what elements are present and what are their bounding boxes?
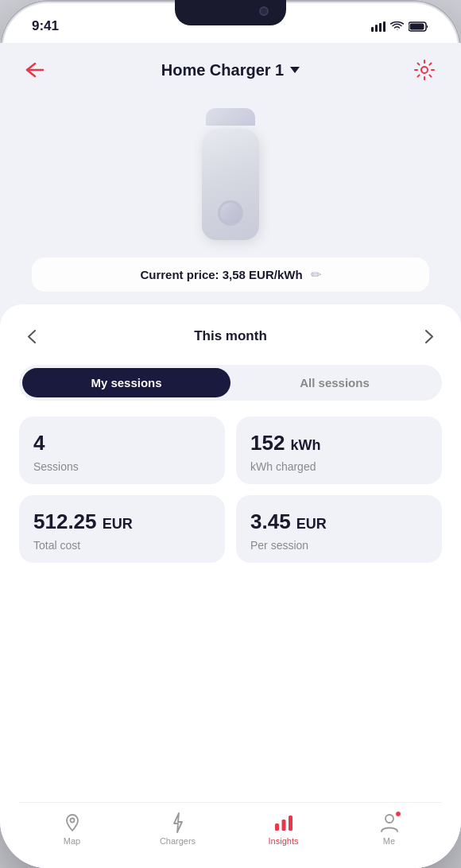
notification-dot bbox=[395, 811, 401, 817]
settings-button[interactable] bbox=[410, 56, 439, 84]
per-session-value: 3.45 EUR bbox=[250, 510, 428, 534]
charger-title-row[interactable]: Home Charger 1 bbox=[161, 61, 300, 79]
charger-body bbox=[202, 129, 259, 240]
chevron-down-icon bbox=[290, 67, 300, 73]
wifi-icon bbox=[390, 21, 404, 32]
map-label: Map bbox=[64, 836, 80, 846]
stat-sessions: 4 Sessions bbox=[19, 417, 225, 484]
price-text: Current price: 3,58 EUR/kWh bbox=[140, 268, 302, 281]
svg-point-11 bbox=[385, 815, 393, 823]
kwh-label: kWh charged bbox=[250, 460, 428, 473]
insights-icon bbox=[273, 812, 294, 833]
tab-all-sessions[interactable]: All sessions bbox=[230, 368, 439, 397]
edit-price-icon[interactable]: ✏ bbox=[311, 267, 321, 282]
total-cost-value: 512.25 EUR bbox=[33, 510, 211, 534]
svg-rect-2 bbox=[379, 23, 382, 32]
bottom-navigation: Map Chargers bbox=[19, 802, 442, 868]
sessions-value: 4 bbox=[33, 431, 211, 455]
svg-rect-3 bbox=[383, 21, 385, 32]
kwh-value: 152 kWh bbox=[250, 431, 428, 455]
battery-icon bbox=[409, 21, 429, 32]
total-cost-label: Total cost bbox=[33, 539, 211, 552]
chargers-label: Chargers bbox=[160, 836, 196, 846]
svg-rect-10 bbox=[289, 816, 292, 831]
stat-kwh: 152 kWh kWh charged bbox=[236, 417, 442, 484]
svg-rect-5 bbox=[410, 23, 424, 29]
per-session-label: Per session bbox=[250, 539, 428, 552]
stat-per-session: 3.45 EUR Per session bbox=[236, 495, 442, 563]
signal-icon bbox=[371, 21, 385, 32]
nav-item-map[interactable]: Map bbox=[45, 812, 100, 846]
svg-rect-9 bbox=[281, 820, 285, 831]
main-card: This month My sessions All sessions 4 bbox=[0, 304, 461, 868]
charger-title: Home Charger 1 bbox=[161, 61, 285, 79]
session-tabs: My sessions All sessions bbox=[19, 365, 442, 401]
svg-point-7 bbox=[70, 819, 74, 823]
app-content: Home Charger 1 Current price: 3,58 EUR/k bbox=[0, 43, 461, 868]
header: Home Charger 1 bbox=[0, 43, 461, 92]
status-time: 9:41 bbox=[32, 18, 59, 34]
svg-rect-1 bbox=[375, 25, 378, 32]
svg-point-6 bbox=[421, 67, 428, 73]
month-label: This month bbox=[194, 328, 267, 344]
nav-item-chargers[interactable]: Chargers bbox=[150, 812, 206, 846]
charger-top bbox=[206, 108, 255, 126]
price-bar: Current price: 3,58 EUR/kWh ✏ bbox=[32, 258, 429, 292]
status-icons bbox=[371, 21, 429, 32]
charger-connector bbox=[218, 200, 243, 226]
phone-shell: 9:41 bbox=[0, 0, 461, 868]
nav-item-me[interactable]: Me bbox=[362, 812, 417, 846]
notch bbox=[175, 0, 286, 25]
me-label: Me bbox=[383, 836, 395, 846]
stat-total-cost: 512.25 EUR Total cost bbox=[19, 495, 225, 563]
notch-camera bbox=[259, 6, 269, 16]
charger-visual bbox=[0, 92, 461, 251]
me-icon bbox=[379, 812, 400, 833]
tab-my-sessions[interactable]: My sessions bbox=[22, 368, 230, 397]
prev-month-button[interactable] bbox=[19, 324, 45, 349]
next-month-button[interactable] bbox=[416, 324, 442, 349]
month-navigation: This month bbox=[19, 324, 442, 349]
back-button[interactable] bbox=[22, 56, 51, 84]
nav-item-insights[interactable]: Insights bbox=[256, 812, 312, 846]
sessions-label: Sessions bbox=[33, 460, 211, 473]
stats-grid: 4 Sessions 152 kWh kWh charged 512.25 EU… bbox=[19, 417, 442, 563]
svg-rect-8 bbox=[275, 823, 279, 831]
svg-rect-0 bbox=[371, 27, 374, 32]
map-icon bbox=[62, 812, 83, 833]
chargers-icon bbox=[168, 812, 188, 833]
insights-label: Insights bbox=[269, 836, 299, 846]
gear-icon bbox=[413, 59, 436, 81]
